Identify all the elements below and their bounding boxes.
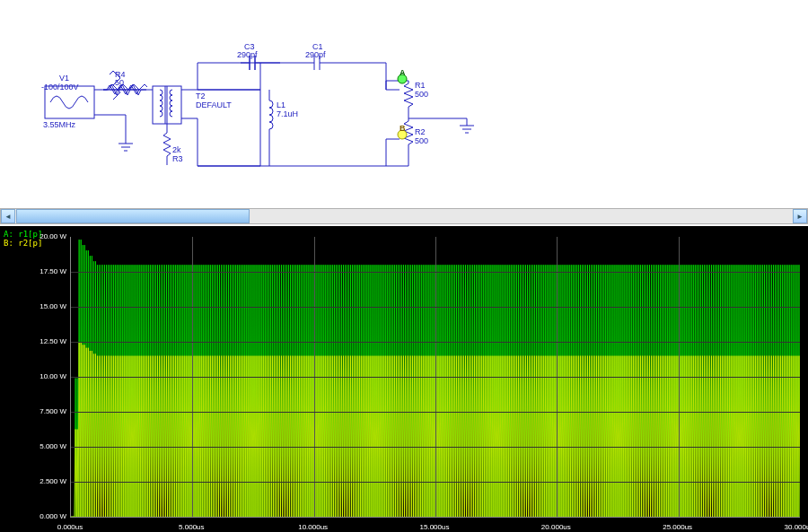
r4-val: 50: [115, 78, 124, 87]
t2-ref: T2: [196, 92, 206, 100]
r1-ref: R1: [415, 81, 426, 90]
x-tick-label: 25.000us: [663, 523, 692, 531]
y-tick-label: 20.00 W: [32, 232, 66, 240]
x-tick-label: 20.000us: [541, 523, 571, 531]
y-tick-label: 10.00 W: [32, 372, 66, 380]
t2-val: DEFAULT: [196, 100, 232, 109]
schematic-svg: V1 -100/100V 3.55MHz R4 50 T2 DEFAULT 2k…: [0, 0, 808, 208]
r3-ref: R3: [172, 154, 183, 163]
y-tick-label: 0.000 W: [32, 512, 66, 520]
v1-ampl: -100/100V: [41, 83, 79, 92]
y-tick-label: 2.500 W: [32, 477, 66, 485]
x-tick-label: 0.000us: [57, 523, 83, 531]
probe-a-label: A: [400, 68, 406, 77]
plot-pane: A: r1[p] B: r2[p] 20.00 W17.50 W15.00 W1…: [0, 226, 808, 532]
r2-ref: R2: [415, 127, 426, 136]
x-tick-label: 5.000us: [179, 523, 204, 531]
probe-b-label: B: [400, 124, 406, 133]
l1-val: 7.1uH: [277, 109, 298, 118]
c1-val: 290pf: [305, 50, 326, 59]
y-axis: 20.00 W17.50 W15.00 W12.50 W10.00 W7.500…: [32, 226, 68, 532]
v1-freq: 3.55MHz: [43, 120, 76, 129]
scroll-right-button[interactable]: ►: [793, 209, 807, 223]
x-axis: 0.000us5.000us10.000us15.000us20.000us25…: [0, 521, 808, 532]
v1-ref: V1: [59, 74, 69, 83]
plot-area[interactable]: [70, 237, 800, 518]
r2-val: 500: [415, 136, 428, 145]
l1-ref: L1: [277, 100, 285, 109]
r1-val: 500: [415, 90, 428, 99]
schematic-pane: V1 -100/100V 3.55MHz R4 50 T2 DEFAULT 2k…: [0, 0, 808, 208]
h-scrollbar[interactable]: ◄ ►: [0, 208, 808, 224]
y-tick-label: 15.00 W: [32, 302, 66, 310]
c3-val: 290pf: [237, 50, 258, 59]
x-tick-label: 15.000us: [420, 523, 450, 531]
scroll-thumb[interactable]: [16, 209, 250, 223]
x-tick-label: 30.000us: [785, 523, 808, 531]
y-tick-label: 5.000 W: [32, 442, 66, 450]
r3-val: 2k: [172, 145, 181, 154]
y-tick-label: 17.50 W: [32, 267, 66, 275]
x-tick-label: 10.000us: [298, 523, 328, 531]
y-tick-label: 12.50 W: [32, 337, 66, 345]
y-tick-label: 7.500 W: [32, 407, 66, 415]
scroll-left-button[interactable]: ◄: [1, 209, 15, 223]
